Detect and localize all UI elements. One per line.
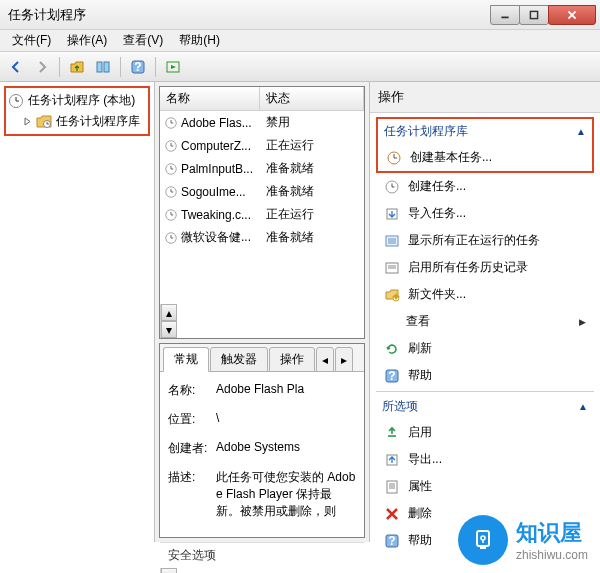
refresh-icon — [384, 341, 400, 357]
action-label: 启用 — [408, 424, 432, 441]
action-refresh[interactable]: 刷新 — [376, 335, 594, 362]
clock-icon — [164, 231, 178, 245]
action-show-running[interactable]: 显示所有正在运行的任务 — [376, 227, 594, 254]
tab-actions[interactable]: 操作 — [269, 347, 315, 372]
main-area: 任务计划程序 (本地) 任务计划程序库 名称 状态 Adobe Flas...禁… — [0, 82, 600, 542]
wizard-icon — [386, 150, 402, 166]
scroll-down-icon[interactable]: ▾ — [161, 321, 177, 338]
panes-button[interactable] — [91, 55, 115, 79]
scroll-up-icon[interactable]: ▴ — [161, 568, 177, 573]
action-label: 创建任务... — [408, 178, 466, 195]
center-pane: 名称 状态 Adobe Flas...禁用 ComputerZ...正在运行 P… — [155, 82, 370, 542]
watermark-text: 知识屋 zhishiwu.com — [516, 518, 588, 562]
action-label: 帮助 — [408, 367, 432, 384]
scroll-up-icon[interactable]: ▴ — [161, 304, 177, 321]
menu-action[interactable]: 操作(A) — [59, 30, 115, 51]
tab-triggers[interactable]: 触发器 — [210, 347, 268, 372]
collapse-icon[interactable]: ▲ — [578, 401, 588, 412]
actions-divider — [376, 391, 594, 392]
action-label: 刷新 — [408, 340, 432, 357]
action-export[interactable]: 导出... — [376, 446, 594, 473]
action-label: 新文件夹... — [408, 286, 466, 303]
run-button[interactable] — [161, 55, 185, 79]
export-icon — [384, 452, 400, 468]
action-label: 删除 — [408, 505, 432, 522]
actions-section-library: 任务计划程序库 ▲ — [378, 119, 592, 144]
task-status: 正在运行 — [260, 206, 364, 223]
list-header: 名称 状态 — [160, 87, 364, 111]
action-enable-history[interactable]: 启用所有任务历史记录 — [376, 254, 594, 281]
menu-bar: 文件(F) 操作(A) 查看(V) 帮助(H) — [0, 30, 600, 52]
label-location: 位置: — [168, 411, 216, 428]
task-row[interactable]: 微软设备健...准备就绪 — [160, 226, 364, 249]
task-row[interactable]: Adobe Flas...禁用 — [160, 111, 364, 134]
action-enable[interactable]: 启用 — [376, 419, 594, 446]
tab-scroll-right[interactable]: ▸ — [335, 347, 353, 372]
value-name: Adobe Flash Pla — [216, 382, 356, 396]
action-new-folder[interactable]: ✦ 新文件夹... — [376, 281, 594, 308]
maximize-button[interactable] — [519, 5, 549, 25]
collapse-icon[interactable]: ▲ — [576, 126, 586, 137]
tab-content-general: 名称: Adobe Flash Pla 位置: \ 创建者: Adobe Sys… — [160, 371, 364, 542]
properties-icon — [384, 479, 400, 495]
minimize-button[interactable] — [490, 5, 520, 25]
menu-file[interactable]: 文件(F) — [4, 30, 59, 51]
task-row[interactable]: PalmInputB...准备就绪 — [160, 157, 364, 180]
watermark-brand: 知识屋 — [516, 518, 588, 548]
value-description: 此任务可使您安装的 Adobe Flash Player 保持最新。被禁用或删除… — [216, 469, 356, 520]
clock-icon — [164, 116, 178, 130]
back-button[interactable] — [4, 55, 28, 79]
task-row[interactable]: Tweaking.c...正在运行 — [160, 203, 364, 226]
scrollbar[interactable]: ▴ ▾ — [160, 304, 177, 338]
action-create-task[interactable]: 创建任务... — [376, 173, 594, 200]
tab-general[interactable]: 常规 — [163, 347, 209, 372]
help-button[interactable]: ? — [126, 55, 150, 79]
action-import-task[interactable]: 导入任务... — [376, 200, 594, 227]
column-status[interactable]: 状态 — [260, 87, 364, 110]
expand-icon[interactable] — [22, 117, 32, 127]
label-name: 名称: — [168, 382, 216, 399]
menu-help[interactable]: 帮助(H) — [171, 30, 228, 51]
delete-icon — [384, 506, 400, 522]
folder-up-button[interactable] — [65, 55, 89, 79]
new-folder-icon: ✦ — [384, 287, 400, 303]
column-name[interactable]: 名称 — [160, 87, 260, 110]
action-label: 帮助 — [408, 532, 432, 549]
action-view[interactable]: 查看 ▶ — [376, 308, 594, 335]
title-bar: 任务计划程序 — [0, 0, 600, 30]
forward-button[interactable] — [30, 55, 54, 79]
actions-highlight: 任务计划程序库 ▲ 创建基本任务... — [376, 117, 594, 173]
task-row[interactable]: ComputerZ...正在运行 — [160, 134, 364, 157]
task-status: 准备就绪 — [260, 183, 364, 200]
svg-rect-4 — [97, 62, 102, 72]
task-list: 名称 状态 Adobe Flas...禁用 ComputerZ...正在运行 P… — [159, 86, 365, 339]
section-library-label: 任务计划程序库 — [384, 123, 468, 140]
action-label: 导入任务... — [408, 205, 466, 222]
details-tabs: 常规 触发器 操作 ◂ ▸ — [160, 344, 364, 372]
tree-highlight: 任务计划程序 (本地) 任务计划程序库 — [4, 86, 150, 136]
toolbar-separator — [59, 57, 60, 77]
scrollbar[interactable]: ▴ ▾ — [160, 568, 177, 573]
toolbar-separator — [120, 57, 121, 77]
close-button[interactable] — [548, 5, 596, 25]
action-create-basic-task[interactable]: 创建基本任务... — [378, 144, 592, 171]
tree-root-node[interactable]: 任务计划程序 (本地) — [8, 90, 146, 111]
action-label: 启用所有任务历史记录 — [408, 259, 528, 276]
menu-view[interactable]: 查看(V) — [115, 30, 171, 51]
clock-icon — [164, 162, 178, 176]
window-title: 任务计划程序 — [8, 6, 491, 24]
tab-scroll-left[interactable]: ◂ — [316, 347, 334, 372]
action-properties[interactable]: 属性 — [376, 473, 594, 500]
actions-section-selected: 所选项 ▲ — [376, 394, 594, 419]
tree-library-node[interactable]: 任务计划程序库 — [8, 111, 146, 132]
import-icon — [384, 206, 400, 222]
folder-clock-icon — [36, 114, 52, 130]
task-row[interactable]: SogouIme...准备就绪 — [160, 180, 364, 203]
svg-text:?: ? — [388, 369, 395, 383]
svg-text:?: ? — [134, 60, 141, 74]
task-name: Tweaking.c... — [181, 208, 251, 222]
tree-pane: 任务计划程序 (本地) 任务计划程序库 — [0, 82, 155, 542]
action-help[interactable]: ? 帮助 — [376, 362, 594, 389]
watermark-url: zhishiwu.com — [516, 548, 588, 562]
running-icon — [384, 233, 400, 249]
